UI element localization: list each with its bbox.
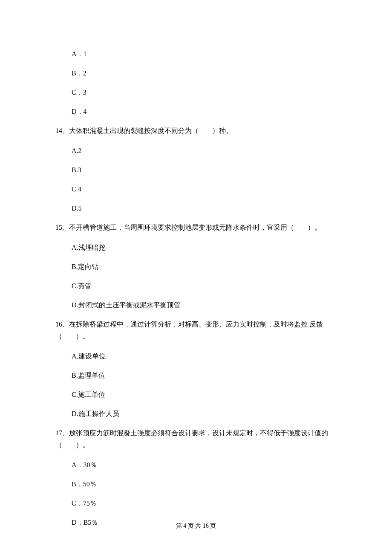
q14-options: A.2 B.3 C.4 D.5	[55, 146, 337, 214]
q17-options: A．30％ B．50％ C．75％ D．B5％	[55, 460, 337, 528]
q16-text-line2: （ ）。	[55, 331, 337, 341]
q15-option-a: A.浅埋暗挖	[72, 243, 337, 253]
q13-option-a: A．1	[72, 49, 337, 59]
q14-option-a: A.2	[72, 146, 337, 156]
q13-options: A．1 B．2 C．3 D．4	[55, 49, 337, 117]
q13-option-d: D．4	[72, 107, 337, 117]
q17-text-line2: （ ）。	[55, 440, 337, 450]
q17-option-a: A．30％	[72, 460, 337, 470]
q15-options: A.浅埋暗挖 B.定向钻 C.夯管 D.封闭式的土压平衡或泥水平衡顶管	[55, 243, 337, 310]
q15-option-c: C.夯管	[72, 281, 337, 291]
q16-option-c: C.施工单位	[72, 390, 337, 400]
q14-option-c: C.4	[72, 184, 337, 194]
q16-option-d: D.施工操作人员	[72, 409, 337, 419]
q14-option-d: D.5	[72, 203, 337, 214]
q15-option-d: D.封闭式的土压平衡或泥水平衡顶管	[72, 300, 337, 310]
q14-option-b: B.3	[72, 165, 337, 175]
q13-option-b: B．2	[72, 68, 337, 78]
q17-option-b: B．50％	[72, 479, 337, 489]
q17-option-c: C．75％	[72, 498, 337, 509]
q15-option-b: B.定向钻	[72, 262, 337, 272]
q14-text: 14、大体积混凝土出现的裂缝按深度不同分为（ ）种。	[55, 126, 337, 136]
page-footer: 第 4 页 共 16 页	[0, 521, 392, 530]
q13-option-c: C．3	[72, 87, 337, 98]
q16-options: A.建设单位 B.监理单位 C.施工单位 D.施工操作人员	[55, 351, 337, 419]
q17-text-line1: 17、放张预应力筋时混凝土强度必须符合设计要求，设计未规定时，不得低于强度设计值…	[55, 428, 337, 438]
q16-text-line1: 16、在拆除桥梁过程中，通过计算分析，对标高、变形、应力实时控制，及时将监控 反…	[55, 319, 337, 330]
q16-option-a: A.建设单位	[72, 351, 337, 361]
q16-option-b: B.监理单位	[72, 370, 337, 381]
q15-text: 15、不开槽管道施工，当周围环境要求控制地层变形或无降水条件时，宜采用（ ）。	[55, 223, 337, 233]
